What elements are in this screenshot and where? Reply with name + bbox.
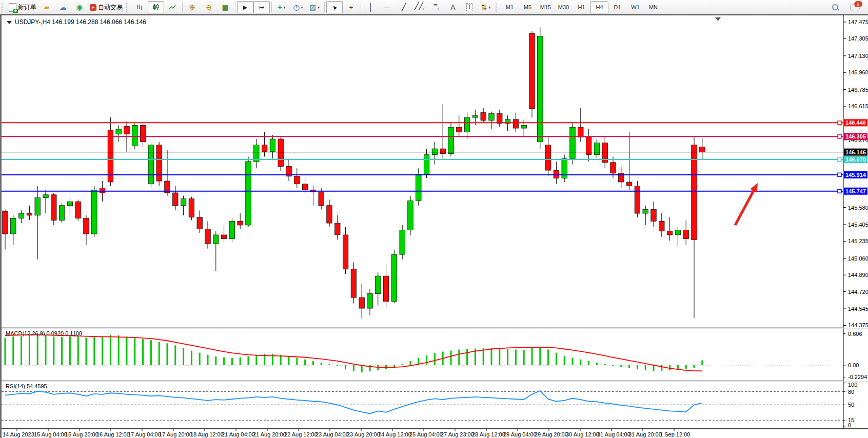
vertical-line-icon: │ — [369, 4, 373, 11]
candle — [651, 209, 657, 221]
timeframe-button-M15[interactable]: M15 — [537, 1, 555, 13]
timeframe-button-M30[interactable]: M30 — [555, 1, 573, 13]
candle — [335, 223, 341, 235]
crosshair-button[interactable]: ＋ — [343, 1, 359, 13]
candle — [626, 182, 632, 186]
timeframe-button-H1[interactable]: H1 — [573, 1, 590, 13]
toolbar-separator — [271, 2, 272, 12]
autotrading-button[interactable]: ▸ 自动交易 — [88, 1, 125, 13]
tile-windows-button[interactable]: ▦ — [217, 1, 233, 13]
candle — [659, 221, 665, 231]
time-axis-label: 14 Aug 2023 — [3, 431, 34, 437]
arrows-icon: ⇅ — [481, 4, 487, 11]
price-chart[interactable]: USDJPY-,H4 146.199 146.288 146.066 146.1… — [2, 15, 868, 438]
toolbar-grip[interactable] — [496, 3, 499, 12]
text-label-button[interactable]: T — [461, 1, 478, 13]
candle — [675, 230, 681, 235]
mql5-community-button[interactable]: ☁ — [55, 1, 71, 13]
bar-chart-button[interactable] — [131, 1, 148, 13]
price-tick-label: 146.960 — [848, 69, 868, 75]
timeframe-button-W1[interactable]: W1 — [626, 1, 644, 13]
horizontal-line-button[interactable]: — — [379, 1, 396, 13]
time-axis-label: 29 Aug 04:00 — [503, 431, 537, 437]
templates-button[interactable]: ▨▾ — [306, 1, 323, 13]
candle — [513, 120, 519, 128]
candle — [205, 229, 211, 244]
time-axis-label: 17 Aug 04:00 — [128, 431, 161, 437]
cloud-icon: ☁ — [60, 4, 67, 11]
macd-label: MACD(12,26,9) 0.0920 0.1108 — [6, 330, 82, 336]
arrows-button[interactable]: ⇅▾ — [478, 1, 494, 13]
candle — [238, 221, 243, 225]
notifications-button[interactable]: 1 — [846, 1, 863, 13]
price-tick-label: 147.475 — [848, 19, 868, 25]
signals-button[interactable]: ◉ — [71, 1, 88, 13]
timeframe-button-MN[interactable]: MN — [644, 1, 662, 13]
rsi-axis-label: 50 — [848, 402, 854, 408]
auto-scroll-icon: ▶̲ — [243, 4, 247, 11]
cursor-button[interactable]: ▲ — [326, 1, 343, 13]
periods-button[interactable]: ◷▾ — [290, 1, 306, 13]
candle — [481, 112, 486, 120]
candle — [464, 117, 470, 132]
candle — [75, 202, 81, 218]
timeframe-group: M1M5M15M30H1H4D1W1MN — [501, 1, 662, 13]
candle — [156, 145, 162, 181]
signal-icon: ◉ — [76, 4, 83, 11]
toolbar-grip[interactable] — [2, 3, 5, 12]
candle — [643, 209, 648, 213]
candle — [108, 130, 113, 182]
trendline-button[interactable]: ╱ — [396, 1, 412, 13]
candle — [132, 125, 138, 146]
candle — [432, 149, 438, 154]
candle — [100, 188, 105, 193]
line-chart-button[interactable] — [164, 1, 181, 13]
timeframe-button-M1[interactable]: M1 — [501, 1, 519, 13]
time-axis-label: 18 Aug 12:00 — [190, 431, 224, 437]
candle — [3, 211, 8, 234]
candlestick-chart-button[interactable] — [148, 1, 164, 13]
price-tick-label: 146.785 — [848, 87, 868, 93]
zoom-out-button[interactable]: ⊖ — [201, 1, 217, 13]
auto-scroll-button[interactable]: ▶̲ — [237, 1, 253, 13]
timeframe-button-D1[interactable]: D1 — [608, 1, 626, 13]
candle — [635, 186, 640, 213]
vertical-line-button[interactable]: │ — [363, 1, 379, 13]
fibonacci-button[interactable]: ≡F — [428, 1, 445, 13]
candle — [18, 213, 24, 218]
toolbar-grip[interactable] — [126, 3, 130, 12]
candle — [116, 129, 122, 134]
profile-icon: ▰ — [44, 4, 50, 11]
candle — [246, 162, 251, 225]
candle — [545, 145, 551, 170]
chevron-down-icon: ▾ — [301, 5, 303, 10]
candle — [570, 127, 576, 158]
charts-profile-button[interactable]: ▰ — [38, 1, 55, 13]
new-order-button[interactable]: + 新订单 — [7, 1, 38, 13]
candle — [578, 127, 584, 137]
chart-shift-icon: ↦ — [259, 4, 264, 11]
indicators-button[interactable]: +▾ — [273, 1, 290, 13]
candle — [140, 125, 146, 142]
toolbar-separator — [182, 2, 183, 12]
price-tick-label: 144.720 — [848, 289, 868, 295]
text-button[interactable]: A — [445, 1, 461, 13]
timeframe-button-M5[interactable]: M5 — [519, 1, 537, 13]
tile-windows-icon: ▦ — [222, 4, 228, 11]
line-chart-icon — [169, 4, 176, 11]
time-axis-label: 16 Aug 12:00 — [96, 431, 130, 437]
chat-bubble-icon: 1 — [850, 4, 860, 11]
timeframe-button-H4[interactable]: H4 — [590, 1, 608, 13]
search-button[interactable] — [827, 1, 843, 13]
chart-shift-button[interactable]: ↦ — [253, 1, 270, 13]
main-toolbar: + 新订单 ▰ ☁ ◉ ▸ 自动交易 ⊕ ⊖ ▦ ▶̲ ↦ +▾ ◷▾ ▨▾ ▲… — [0, 0, 868, 15]
macd-axis-label: -0.2294 — [848, 374, 867, 380]
candle — [213, 235, 219, 244]
time-axis-label: 28 Aug 12:00 — [472, 431, 505, 437]
price-tick-label: 144.545 — [848, 306, 868, 312]
candle — [229, 221, 235, 238]
equidistant-channel-button[interactable]: ╱╱E — [412, 1, 428, 13]
candle — [383, 276, 389, 302]
candle — [416, 174, 422, 201]
zoom-in-button[interactable]: ⊕ — [184, 1, 201, 13]
